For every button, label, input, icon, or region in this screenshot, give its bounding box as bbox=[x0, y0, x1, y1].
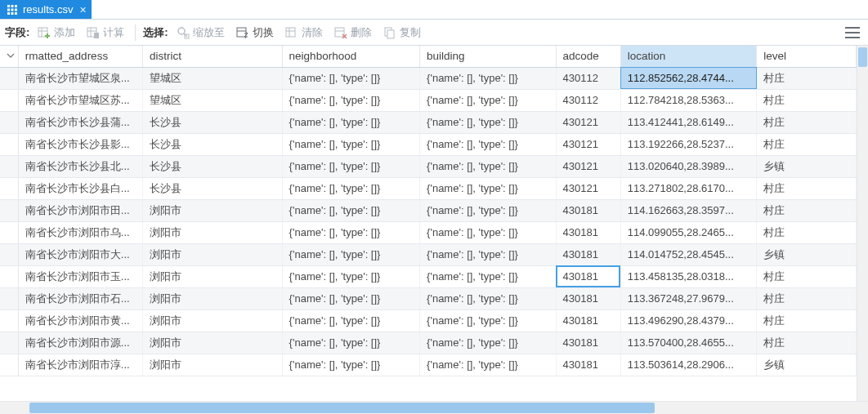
table-row[interactable]: 南省长沙市浏阳市黄...浏阳市{'name': [], 'type': []}{… bbox=[0, 309, 857, 332]
table-row[interactable]: 南省长沙市长沙县北...长沙县{'name': [], 'type': []}{… bbox=[0, 155, 857, 177]
row-handle-header[interactable] bbox=[0, 46, 18, 67]
cell-building[interactable]: {'name': [], 'type': []} bbox=[420, 287, 556, 309]
cell-building[interactable]: {'name': [], 'type': []} bbox=[420, 309, 556, 332]
cell-location[interactable]: 113.367248,27.9679... bbox=[620, 287, 756, 309]
cell-district[interactable]: 望城区 bbox=[143, 67, 283, 89]
switch-button[interactable]: 切换 bbox=[233, 24, 277, 41]
cell-neighborhood[interactable]: {'name': [], 'type': []} bbox=[282, 89, 419, 111]
cell-adcode[interactable]: 430121 bbox=[556, 111, 620, 133]
cell-building[interactable]: {'name': [], 'type': []} bbox=[420, 265, 556, 287]
calc-field-button[interactable]: 计算 bbox=[83, 24, 128, 41]
cell-neighborhood[interactable]: {'name': [], 'type': []} bbox=[282, 287, 419, 309]
cell-building[interactable]: {'name': [], 'type': []} bbox=[420, 155, 556, 177]
cell-adcode[interactable]: 430181 bbox=[556, 287, 620, 309]
cell-building[interactable]: {'name': [], 'type': []} bbox=[420, 199, 556, 221]
row-handle[interactable] bbox=[0, 287, 18, 309]
cell-neighborhood[interactable]: {'name': [], 'type': []} bbox=[282, 354, 419, 376]
cell-level[interactable]: 村庄 bbox=[757, 111, 857, 133]
cell-level[interactable]: 乡镇 bbox=[757, 155, 857, 177]
cell-adcode[interactable]: 430112 bbox=[556, 67, 620, 89]
cell-adcode[interactable]: 430181 bbox=[556, 265, 620, 287]
col-district[interactable]: district bbox=[143, 46, 283, 67]
cell-rmatted_address[interactable]: 南省长沙市浏阳市玉... bbox=[18, 265, 142, 287]
cell-level[interactable]: 村庄 bbox=[757, 332, 857, 354]
cell-rmatted_address[interactable]: 南省长沙市长沙县影... bbox=[18, 133, 142, 155]
cell-adcode[interactable]: 430121 bbox=[556, 155, 620, 177]
cell-adcode[interactable]: 430121 bbox=[556, 133, 620, 155]
row-handle[interactable] bbox=[0, 177, 18, 199]
cell-district[interactable]: 浏阳市 bbox=[143, 265, 283, 287]
cell-rmatted_address[interactable]: 南省长沙市长沙县蒲... bbox=[18, 111, 142, 133]
cell-level[interactable]: 村庄 bbox=[757, 287, 857, 309]
table-row[interactable]: 南省长沙市长沙县蒲...长沙县{'name': [], 'type': []}{… bbox=[0, 111, 857, 133]
row-handle[interactable] bbox=[0, 243, 18, 265]
cell-neighborhood[interactable]: {'name': [], 'type': []} bbox=[282, 265, 419, 287]
table-row[interactable]: 南省长沙市望城区苏...望城区{'name': [], 'type': []}{… bbox=[0, 89, 857, 111]
vertical-scrollbar[interactable] bbox=[857, 46, 868, 401]
row-handle[interactable] bbox=[0, 265, 18, 287]
cell-rmatted_address[interactable]: 南省长沙市望城区苏... bbox=[18, 89, 142, 111]
col-building[interactable]: building bbox=[420, 46, 556, 67]
cell-rmatted_address[interactable]: 南省长沙市浏阳市石... bbox=[18, 287, 142, 309]
table-row[interactable]: 南省长沙市浏阳市乌...浏阳市{'name': [], 'type': []}{… bbox=[0, 221, 857, 243]
cell-level[interactable]: 村庄 bbox=[757, 177, 857, 199]
menu-icon[interactable] bbox=[845, 27, 860, 38]
cell-rmatted_address[interactable]: 南省长沙市浏阳市乌... bbox=[18, 221, 142, 243]
cell-adcode[interactable]: 430181 bbox=[556, 309, 620, 332]
cell-building[interactable]: {'name': [], 'type': []} bbox=[420, 177, 556, 199]
table-row[interactable]: 南省长沙市浏阳市大...浏阳市{'name': [], 'type': []}{… bbox=[0, 243, 857, 265]
cell-district[interactable]: 长沙县 bbox=[143, 155, 283, 177]
horizontal-scrollbar[interactable] bbox=[0, 401, 868, 414]
col-rmatted_address[interactable]: rmatted_address bbox=[18, 46, 142, 67]
row-handle[interactable] bbox=[0, 111, 18, 133]
cell-neighborhood[interactable]: {'name': [], 'type': []} bbox=[282, 67, 419, 89]
cell-level[interactable]: 村庄 bbox=[757, 67, 857, 89]
cell-level[interactable]: 村庄 bbox=[757, 133, 857, 155]
row-handle[interactable] bbox=[0, 133, 18, 155]
cell-rmatted_address[interactable]: 南省长沙市浏阳市黄... bbox=[18, 309, 142, 332]
cell-building[interactable]: {'name': [], 'type': []} bbox=[420, 111, 556, 133]
cell-neighborhood[interactable]: {'name': [], 'type': []} bbox=[282, 177, 419, 199]
add-field-button[interactable]: 添加 bbox=[34, 24, 78, 41]
cell-adcode[interactable]: 430181 bbox=[556, 199, 620, 221]
cell-location[interactable]: 113.458135,28.0318... bbox=[620, 265, 756, 287]
vertical-scroll-thumb[interactable] bbox=[858, 47, 867, 67]
table-row[interactable]: 南省长沙市浏阳市淳...浏阳市{'name': [], 'type': []}{… bbox=[0, 354, 857, 376]
cell-adcode[interactable]: 430181 bbox=[556, 243, 620, 265]
row-handle[interactable] bbox=[0, 89, 18, 111]
cell-level[interactable]: 村庄 bbox=[757, 221, 857, 243]
cell-adcode[interactable]: 430112 bbox=[556, 89, 620, 111]
row-handle[interactable] bbox=[0, 221, 18, 243]
cell-district[interactable]: 长沙县 bbox=[143, 177, 283, 199]
cell-district[interactable]: 浏阳市 bbox=[143, 354, 283, 376]
cell-rmatted_address[interactable]: 南省长沙市浏阳市淳... bbox=[18, 354, 142, 376]
row-handle[interactable] bbox=[0, 199, 18, 221]
cell-location[interactable]: 113.496290,28.4379... bbox=[620, 309, 756, 332]
cell-location[interactable]: 113.192266,28.5237... bbox=[620, 133, 756, 155]
cell-location[interactable]: 113.412441,28.6149... bbox=[620, 111, 756, 133]
cell-level[interactable]: 村庄 bbox=[757, 199, 857, 221]
cell-district[interactable]: 浏阳市 bbox=[143, 287, 283, 309]
cell-building[interactable]: {'name': [], 'type': []} bbox=[420, 332, 556, 354]
delete-button[interactable]: 删除 bbox=[331, 24, 375, 41]
cell-level[interactable]: 乡镇 bbox=[757, 354, 857, 376]
table-row[interactable]: 南省长沙市长沙县白...长沙县{'name': [], 'type': []}{… bbox=[0, 177, 857, 199]
col-adcode[interactable]: adcode bbox=[556, 46, 620, 67]
cell-location[interactable]: 112.784218,28.5363... bbox=[620, 89, 756, 111]
zoom-to-button[interactable]: 缩放至 bbox=[173, 24, 228, 41]
cell-location[interactable]: 114.099055,28.2465... bbox=[620, 221, 756, 243]
col-neighborhood[interactable]: neighborhood bbox=[282, 46, 419, 67]
cell-rmatted_address[interactable]: 南省长沙市望城区泉... bbox=[18, 67, 142, 89]
copy-button[interactable]: 复制 bbox=[380, 24, 424, 41]
row-handle[interactable] bbox=[0, 155, 18, 177]
cell-location[interactable]: 114.014752,28.4545... bbox=[620, 243, 756, 265]
cell-rmatted_address[interactable]: 南省长沙市浏阳市大... bbox=[18, 243, 142, 265]
cell-district[interactable]: 浏阳市 bbox=[143, 243, 283, 265]
cell-neighborhood[interactable]: {'name': [], 'type': []} bbox=[282, 133, 419, 155]
horizontal-scroll-thumb[interactable] bbox=[29, 403, 655, 413]
clear-button[interactable]: 清除 bbox=[282, 24, 326, 41]
cell-level[interactable]: 乡镇 bbox=[757, 243, 857, 265]
cell-rmatted_address[interactable]: 南省长沙市浏阳市源... bbox=[18, 332, 142, 354]
table-row[interactable]: 南省长沙市浏阳市玉...浏阳市{'name': [], 'type': []}{… bbox=[0, 265, 857, 287]
table-row[interactable]: 南省长沙市浏阳市源...浏阳市{'name': [], 'type': []}{… bbox=[0, 332, 857, 354]
